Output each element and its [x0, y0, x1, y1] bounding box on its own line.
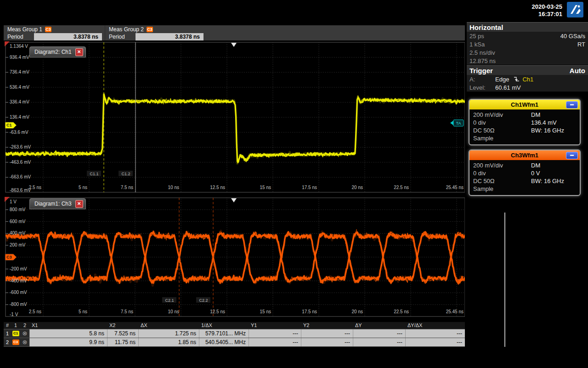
y-axis-label: 536.4 mV — [10, 85, 29, 90]
y-axis-label: -263.6 mV — [10, 144, 31, 150]
x-axis-label: 25.45 ns — [446, 185, 464, 190]
column-header: ΔY — [353, 322, 405, 329]
time-text: 16:37:01 — [532, 11, 563, 18]
info-value: 0 V — [531, 170, 540, 177]
info-key: 200 mV/div — [473, 111, 531, 118]
x-axis-label: 20 ns — [352, 309, 363, 314]
cursor-result-row[interactable]: 2C3⊗9.9 ns11.75 ns1.85 ns540.5405... MHz… — [4, 338, 465, 347]
y-axis-label: 736.4 mV — [10, 69, 29, 75]
toggle-visibility-icon[interactable]: ⊗ — [20, 338, 29, 346]
ch3-waveform-box[interactable]: Ch3Wfm1 ▬ 200 mV/divDM0 div0 VDC 50ΩBW: … — [469, 150, 581, 196]
table-cell: 1.85 ns — [138, 338, 199, 346]
column-header: # — [4, 322, 11, 329]
table-cell: --- — [353, 329, 405, 338]
date-text: 2020-03-25 — [532, 3, 563, 11]
table-cell: 5.8 ns — [29, 329, 107, 338]
table-cell: --- — [249, 329, 301, 338]
info-row: Sample — [473, 185, 576, 193]
diagram2-plot: C1.1C1.21.1364 V936.4 mV736.4 mV536.4 mV… — [4, 40, 465, 194]
x-axis-label: 2.5 ns — [29, 185, 41, 190]
info-row: 0 div136.4 mV — [473, 119, 576, 126]
info-key: Sample — [473, 185, 531, 192]
y-axis-label: -863.6 mV — [10, 188, 31, 193]
minimize-icon[interactable]: ▬ — [566, 152, 578, 159]
info-value: RT — [577, 41, 585, 48]
horizontal-panel[interactable]: Horizontal 25 ps40 GSa/s1 kSaRT2.5 ns/di… — [467, 22, 588, 65]
info-value: BW: 16 GHz — [531, 127, 564, 134]
trigger-panel[interactable]: Trigger Auto A: Edge Ch1 Level: 60.61 mV — [467, 65, 588, 92]
diagram2-tab[interactable]: Diagram2: Ch1 ✕ — [29, 46, 86, 58]
diagram1-tab-label: Diagram1: Ch3 — [34, 201, 72, 207]
meas-label: Period — [105, 33, 136, 41]
info-key: 1 kSa — [469, 41, 485, 48]
column-header: X2 — [107, 322, 138, 329]
meas-group-1[interactable]: Meas Group 1 C3 Period 3.8378 ns — [4, 25, 105, 40]
table-cell: 579.7101... MHz — [199, 329, 249, 338]
diagram1-tab[interactable]: Diagram1: Ch3 ✕ — [29, 198, 86, 209]
meas-group-title: Meas Group 2 — [109, 26, 144, 33]
measurement-bar: Meas Group 1 C3 Period 3.8378 ns Meas Gr… — [4, 25, 465, 40]
info-row: 25 ps40 GSa/s — [467, 32, 588, 40]
column-header: 1/ΔX — [199, 322, 249, 329]
channel-marker-c1[interactable]: C1 — [5, 122, 17, 128]
y-axis-label: -63.6 mV — [10, 130, 28, 135]
info-key: 25 ps — [469, 33, 484, 40]
trigger-position-icon[interactable] — [231, 43, 237, 47]
x-axis-label: 12.5 ns — [210, 309, 225, 314]
meas-group-title: Meas Group 1 — [7, 26, 42, 33]
info-value: BW: 16 GHz — [531, 178, 564, 184]
y-axis-label: 1.1364 V — [10, 44, 28, 49]
diagram2-ch1: C1.1C1.21.1364 V936.4 mV736.4 mV536.4 mV… — [4, 40, 465, 194]
info-row: DC 50ΩBW: 16 GHz — [473, 177, 576, 185]
svg-text:C1: C1 — [6, 123, 12, 127]
info-value: DM — [531, 111, 540, 118]
trigger-level-label: Level: — [469, 84, 495, 91]
x-axis-label: 10 ns — [168, 309, 179, 314]
y-axis-label: 1 V — [10, 199, 17, 204]
y-axis-label: 400 mV — [10, 230, 26, 236]
y-axis-label: -1 V — [10, 312, 18, 317]
cursor-result-row[interactable]: 1C1⊗5.8 ns7.525 ns1.725 ns579.7101... MH… — [4, 329, 465, 338]
table-cell: --- — [405, 329, 465, 338]
info-row: 0 div0 V — [473, 169, 576, 177]
x-axis-label: 17.5 ns — [302, 185, 317, 190]
x-axis-label: 5 ns — [79, 185, 87, 190]
x-axis-label: 15 ns — [260, 309, 271, 314]
svg-text:C1.2: C1.2 — [121, 172, 130, 176]
info-row: 200 mV/divDM — [473, 161, 576, 169]
x-axis-label: 22.5 ns — [394, 309, 409, 314]
info-key: 0 div — [473, 170, 531, 177]
svg-text:C3: C3 — [6, 255, 12, 259]
toggle-visibility-icon[interactable]: ⊗ — [20, 329, 29, 338]
table-cell: --- — [301, 338, 353, 346]
ch3-box-title: Ch3Wfm1 — [511, 152, 538, 159]
trigger-position-icon[interactable] — [231, 198, 237, 202]
info-key: 200 mV/div — [473, 162, 531, 169]
channel-marker-c3[interactable]: C3 — [5, 254, 17, 260]
y-axis-label: 136.4 mV — [10, 115, 29, 120]
x-axis-label: 2.5 ns — [29, 309, 41, 314]
trigger-level-value: 60.61 mV — [495, 84, 521, 91]
trigger-level-row: Level: 60.61 mV — [467, 83, 588, 92]
minimize-icon[interactable]: ▬ — [566, 101, 578, 109]
datetime-display: 2020-03-25 16:37:01 — [532, 3, 563, 18]
table-cell: 11.75 ns — [107, 338, 138, 346]
ch1-waveform-box[interactable]: Ch1Wfm1 ▬ 200 mV/divDM0 div136.4 mVDC 50… — [469, 99, 581, 145]
close-icon[interactable]: ✕ — [75, 200, 83, 208]
falling-edge-icon — [514, 76, 520, 82]
trigger-level-marker[interactable]: TA — [450, 120, 464, 126]
channel-badge: C3 — [45, 27, 51, 32]
channel-badge: C3 — [12, 339, 19, 345]
column-header: 1 — [11, 322, 20, 329]
info-row: 200 mV/divDM — [473, 111, 576, 119]
rs-logo — [567, 2, 583, 17]
meas-group-2[interactable]: Meas Group 2 C3 Period 3.8378 ns — [105, 25, 206, 40]
close-icon[interactable]: ✕ — [75, 48, 83, 56]
oscilloscope-screen: 2020-03-25 16:37:01 Meas Group 1 C3 Peri… — [0, 0, 588, 368]
column-header: ΔY/ΔX — [405, 322, 465, 329]
diagram1-plot: C2.1C2.21 V800 mV600 mV400 mV200 mV-200 … — [4, 195, 465, 318]
table-cell: 540.5405... MHz — [199, 338, 249, 346]
rs-logo-icon — [567, 2, 583, 17]
meas-value: 3.8378 ns — [34, 33, 102, 41]
x-axis-label: 5 ns — [79, 309, 87, 314]
